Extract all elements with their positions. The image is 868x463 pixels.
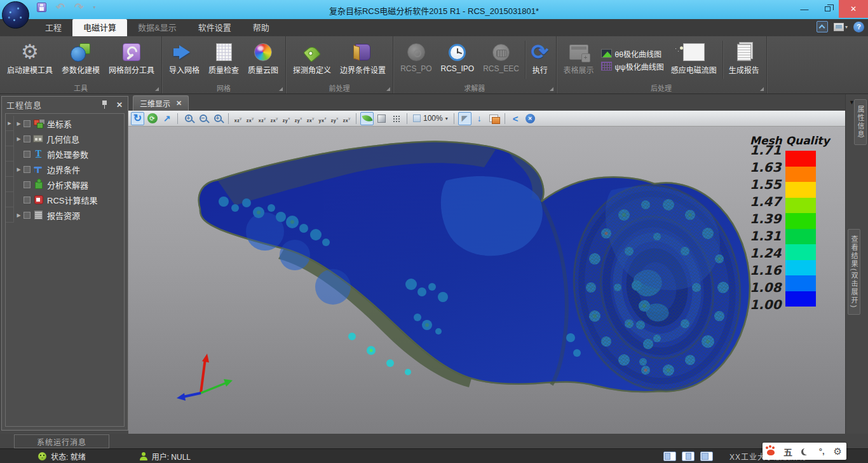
expand-icon[interactable]: ▶ [14,167,24,172]
execute-button[interactable]: ⟳执行 [527,38,553,81]
tab-em-compute[interactable]: 电磁计算 [72,19,127,36]
checkbox[interactable] [24,151,31,158]
boundary-settings-button[interactable]: 边界条件设置 [336,38,390,81]
tree-item-coordinate[interactable]: ▶▶坐标系 [6,116,124,131]
property-info-tab[interactable]: 属性信息 [854,99,867,145]
layout-switcher [658,452,713,461]
picture-icon [683,43,705,61]
zoom-in-icon[interactable]: + [182,112,195,125]
smooth-shade-icon[interactable] [360,112,374,125]
expand-icon[interactable]: ▶ [14,121,24,127]
clear-view-icon[interactable]: ✕ [524,112,537,125]
app-logo-icon[interactable] [2,1,29,29]
tree-item-preprocess[interactable]: T前处理参数 [6,146,124,162]
view-preset-icon[interactable]: zyx [329,113,340,125]
mesh-tool-button[interactable]: 网格剖分工具 [104,38,159,81]
import-mesh-button[interactable]: 导入网格 [165,38,204,81]
minimize-button[interactable]: — [793,0,816,18]
group-expander-icon[interactable] [386,87,390,91]
expand-icon[interactable]: ▶ [14,212,24,218]
tree-item-boundary[interactable]: ▶边界条件 [6,162,124,177]
rcs-eec-button[interactable]: RCS_EEC [478,38,524,81]
theta-curve-button[interactable]: θθ极化曲线图 [601,48,664,59]
probe-angle-button[interactable]: 探测角定义 [288,38,336,81]
view-preset-icon[interactable]: zyx [281,113,292,125]
flat-shade-icon[interactable] [375,112,388,125]
view-preset-icon[interactable]: zxy [269,113,280,125]
geometry-icon [33,135,43,142]
view-preset-icon[interactable]: xzy [233,113,243,125]
zoom-out-icon[interactable]: − [196,112,210,125]
checkbox[interactable] [24,197,31,204]
tab-project[interactable]: 工程 [34,19,72,36]
generate-report-button[interactable]: 生成报告 [724,38,764,81]
model-3d[interactable] [128,127,845,434]
ime-settings-gear-icon[interactable]: ⚙ [834,446,842,456]
points-display-icon[interactable] [390,112,403,125]
checkbox[interactable] [24,166,31,173]
view-preset-icon[interactable]: xzy [257,113,268,125]
launch-modeling-button[interactable]: ⚙启动建模工具 [3,38,57,81]
group-expander-icon[interactable] [155,87,159,91]
pan-arrow-icon[interactable]: ↗ [160,112,173,125]
tree-item-geometry[interactable]: ▶几何信息 [6,131,124,146]
ime-moon-icon[interactable] [803,448,810,455]
tree-item-rcs-result[interactable]: RCS计算结果 [6,192,124,207]
checkbox[interactable] [24,212,31,219]
ime-logo-paw-icon[interactable] [767,450,775,455]
checkbox[interactable] [24,135,31,142]
parametric-modeling-button[interactable]: 参数化建模 [57,38,104,81]
checkbox[interactable] [24,120,31,127]
restore-button[interactable] [816,0,839,18]
view-preset-icon[interactable]: zxy [341,113,352,125]
panel-close-icon[interactable]: ✕ [116,100,123,109]
layout-left-icon[interactable] [663,452,676,461]
group-expander-icon[interactable] [550,87,553,91]
group-expander-icon[interactable] [279,87,283,91]
checkbox[interactable] [24,181,31,188]
ime-punct-icon[interactable]: °, [819,446,825,456]
solver-puzzle-icon [35,182,43,189]
share-icon[interactable]: < [509,112,522,125]
table-display-button[interactable]: 表格展示 [559,38,599,81]
layout-wide-icon[interactable] [700,452,713,461]
zoom-level-select[interactable]: 100%▾ [411,114,450,123]
menu-bar: 工程 电磁计算 数据&显示 软件设置 帮助 ▾ ? [0,19,868,36]
view-preset-icon[interactable]: zyx [293,113,304,125]
display-switch-icon[interactable]: ▾ [834,23,848,31]
download-view-icon[interactable]: ↓ [473,112,486,125]
layout-center-icon[interactable] [682,452,695,461]
quality-check-button[interactable]: 质量检查 [204,38,243,81]
orbit-refresh-icon[interactable]: ⟳ [146,112,159,125]
select-region-icon[interactable]: ◤ [458,112,471,125]
system-message-tab[interactable]: 系统运行消息 [14,434,109,448]
tab-data-display[interactable]: 数据&显示 [127,19,187,36]
help-icon[interactable]: ? [853,22,864,32]
tab-close-icon[interactable]: ✕ [176,99,182,107]
psi-curve-button[interactable]: ψψ极化曲线图 [601,61,664,72]
tab-help[interactable]: 帮助 [242,19,280,36]
tree-item-solver[interactable]: 分析求解器 [6,177,124,192]
view-preset-icon[interactable]: zxy [305,113,316,125]
close-button[interactable]: ✕ [839,0,868,18]
ime-mode-label[interactable]: 五 [783,445,792,458]
tab-3d-view[interactable]: 三维显示✕ [133,95,189,111]
expand-icon[interactable]: ▶ [14,136,24,142]
rcs-ipo-button[interactable]: RCS_IPO [436,38,478,81]
induced-current-button[interactable]: 感应电磁流图 [667,38,721,81]
rotate-icon[interactable]: ↻ [131,112,144,125]
pin-icon[interactable] [102,100,107,109]
zoom-fit-icon[interactable]: + [211,112,224,125]
view-preset-icon[interactable]: zxy [245,113,255,125]
quality-cloud-button[interactable]: 质量云图 [243,38,283,81]
copy-view-icon[interactable] [487,112,501,125]
user-icon [140,452,147,460]
tree-item-report[interactable]: ▶报告资源 [6,207,124,223]
view-preset-icon[interactable]: yxz [317,113,328,125]
group-expander-icon[interactable] [760,87,764,91]
view-results-tab[interactable]: 查看结果(双击展开) [848,229,860,315]
collapse-ribbon-icon[interactable] [817,21,828,32]
rcs-po-button[interactable]: RCS_PO [396,38,436,81]
viewport-3d[interactable]: Mesh Quality 1.71 1.63 1.55 1.47 1.39 1.… [128,127,845,434]
tab-settings[interactable]: 软件设置 [187,19,242,36]
